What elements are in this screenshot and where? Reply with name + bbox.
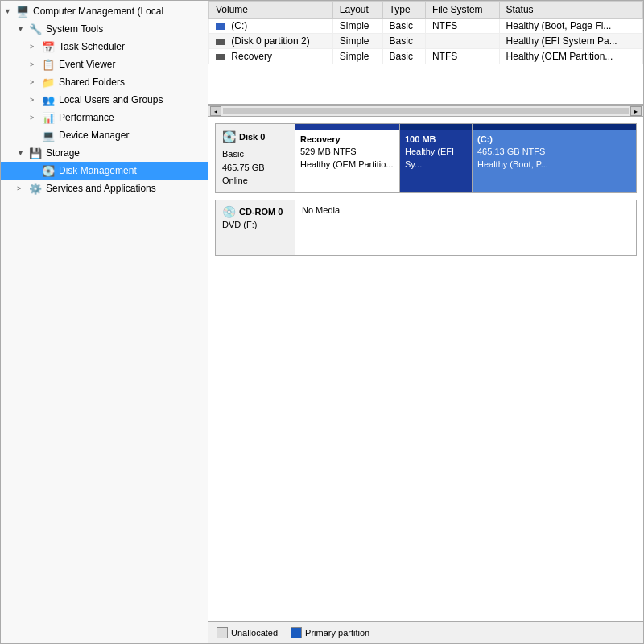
sidebar: ▼ 🖥️ Computer Management (Local ▼ 🔧 Syst…	[1, 1, 208, 643]
sidebar-item-local-users[interactable]: > 👥 Local Users and Groups	[1, 91, 208, 109]
partition-size: 465.13 GB NTFS	[477, 146, 631, 158]
sidebar-item-label: Shared Folders	[59, 76, 125, 88]
disk0-name: Disk 0	[239, 130, 265, 144]
sidebar-item-system-tools[interactable]: ▼ 🔧 System Tools	[1, 20, 208, 38]
scroll-track[interactable]	[223, 108, 629, 114]
col-filesystem[interactable]: File System	[425, 2, 499, 19]
type-cell: Basic	[382, 19, 425, 34]
cdrom-label: 💿 CD-ROM 0 DVD (F:)	[215, 200, 295, 256]
performance-icon: 📊	[41, 111, 56, 124]
partition-name: (C:)	[477, 134, 631, 146]
expander-icon: ▼	[17, 149, 28, 157]
cdrom-name: CD-ROM 0	[239, 207, 283, 217]
main-partition[interactable]: (C:) 465.13 GB NTFS Healthy (Boot, P...	[473, 124, 636, 192]
partition-status: Healthy (OEM Partitio...	[300, 159, 394, 171]
partition-size: 529 MB NTFS	[300, 146, 394, 158]
cdrom-row: 💿 CD-ROM 0 DVD (F:) No Media	[215, 200, 637, 256]
sidebar-item-services-apps[interactable]: > ⚙️ Services and Applications	[1, 180, 208, 197]
partition-status: Healthy (Boot, P...	[477, 159, 631, 171]
sidebar-item-label: Performance	[59, 112, 114, 123]
expander-icon: >	[30, 43, 41, 51]
sidebar-item-label: Computer Management (Local	[33, 6, 163, 17]
table-row[interactable]: (Disk 0 partition 2) Simple Basic Health…	[209, 34, 643, 49]
expander-icon: >	[30, 78, 41, 86]
expander-icon: >	[30, 60, 41, 68]
expander-icon	[30, 131, 41, 139]
users-icon: 👥	[41, 93, 56, 106]
disk-view: 💽 Disk 0 Basic 465.75 GB Online Recovery…	[208, 117, 643, 621]
sidebar-item-shared-folders[interactable]: > 📁 Shared Folders	[1, 73, 208, 91]
sidebar-item-task-scheduler[interactable]: > 📅 Task Scheduler	[1, 38, 208, 56]
fs-cell	[425, 34, 499, 49]
expander-icon: >	[17, 184, 28, 192]
legend-label: Unallocated	[231, 628, 278, 638]
storage-icon: 💾	[28, 147, 43, 159]
horizontal-scrollbar[interactable]: ◂ ▸	[208, 105, 643, 117]
tools-icon: 🔧	[28, 23, 43, 35]
cdrom-status: No Media	[302, 205, 630, 215]
disk-drive-icon: 💽	[222, 129, 236, 146]
volume-cell: (C:)	[209, 19, 333, 34]
efi-partition[interactable]: 100 MB Healthy (EFI Sy...	[400, 124, 473, 192]
legend-label: Primary partition	[305, 628, 369, 638]
sidebar-item-label: Services and Applications	[46, 183, 156, 194]
partition-name: Recovery	[300, 134, 394, 146]
layout-cell: Simple	[332, 34, 382, 49]
volume-cell: (Disk 0 partition 2)	[209, 34, 333, 49]
expander-icon: ▼	[17, 25, 28, 33]
unallocated-box	[217, 627, 228, 638]
fs-cell: NTFS	[425, 49, 499, 64]
disk0-status: Online	[222, 174, 288, 188]
folder-icon: 📁	[41, 76, 56, 89]
event-icon: 📋	[41, 58, 56, 71]
scroll-right-button[interactable]: ▸	[630, 106, 642, 116]
status-cell: Healthy (Boot, Page Fi...	[499, 19, 642, 34]
expander-icon: ▼	[4, 7, 15, 15]
partition-status: Healthy (EFI Sy...	[405, 146, 467, 171]
sidebar-item-label: Task Scheduler	[59, 41, 125, 52]
sidebar-item-performance[interactable]: > 📊 Performance	[1, 109, 208, 126]
type-cell: Basic	[382, 34, 425, 49]
layout-cell: Simple	[332, 49, 382, 64]
content-area: Volume Layout Type File System Status (C…	[208, 1, 643, 643]
expander-icon	[30, 167, 41, 175]
sidebar-item-storage[interactable]: ▼ 💾 Storage	[1, 144, 208, 162]
expander-icon: >	[30, 96, 41, 104]
sidebar-item-label: Device Manager	[59, 130, 129, 141]
table-row[interactable]: (C:) Simple Basic NTFS Healthy (Boot, Pa…	[209, 19, 643, 34]
cdrom-content: No Media	[295, 200, 637, 256]
sidebar-item-computer-mgmt[interactable]: ▼ 🖥️ Computer Management (Local	[1, 2, 208, 20]
expander-icon: >	[30, 114, 41, 122]
cdrom-type: DVD (F:)	[222, 220, 288, 229]
scroll-left-button[interactable]: ◂	[210, 106, 221, 116]
disk0-type: Basic	[222, 147, 288, 161]
legend-primary: Primary partition	[291, 627, 369, 638]
disk0-size: 465.75 GB	[222, 161, 288, 175]
sidebar-item-label: Disk Management	[59, 165, 137, 176]
sidebar-item-device-manager[interactable]: 💻 Device Manager	[1, 126, 208, 144]
services-icon: ⚙️	[28, 182, 43, 195]
device-icon: 💻	[41, 129, 56, 142]
col-layout[interactable]: Layout	[332, 2, 382, 19]
disk-table: Volume Layout Type File System Status (C…	[208, 1, 643, 105]
sidebar-item-label: Storage	[46, 147, 80, 159]
disk0-row: 💽 Disk 0 Basic 465.75 GB Online Recovery…	[215, 123, 637, 193]
table-row[interactable]: Recovery Simple Basic NTFS Healthy (OEM …	[209, 49, 643, 64]
recovery-partition[interactable]: Recovery 529 MB NTFS Healthy (OEM Partit…	[295, 124, 400, 192]
col-type[interactable]: Type	[382, 2, 425, 19]
sidebar-item-label: Event Viewer	[59, 59, 115, 70]
disk0-label: 💽 Disk 0 Basic 465.75 GB Online	[215, 123, 295, 193]
volume-cell: Recovery	[209, 49, 333, 64]
col-volume[interactable]: Volume	[209, 2, 333, 19]
sidebar-item-event-viewer[interactable]: > 📋 Event Viewer	[1, 56, 208, 73]
layout-cell: Simple	[332, 19, 382, 34]
type-cell: Basic	[382, 49, 425, 64]
task-icon: 📅	[41, 40, 56, 53]
sidebar-item-disk-management[interactable]: 💽 Disk Management	[1, 162, 208, 180]
legend-bar: Unallocated Primary partition	[208, 621, 643, 643]
sidebar-item-label: System Tools	[46, 23, 103, 35]
disk-icon: 💽	[41, 164, 56, 177]
disk0-partitions: Recovery 529 MB NTFS Healthy (OEM Partit…	[295, 123, 637, 193]
col-status[interactable]: Status	[499, 2, 642, 19]
sidebar-item-label: Local Users and Groups	[59, 94, 163, 105]
